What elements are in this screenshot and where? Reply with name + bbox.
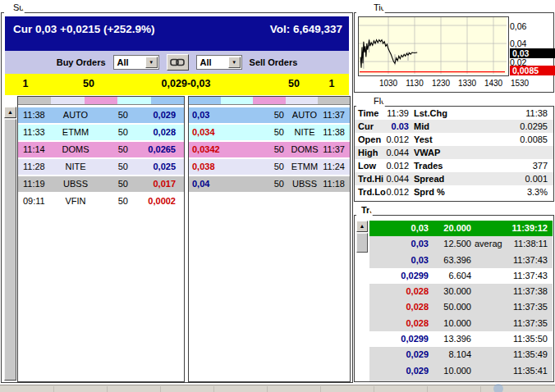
taskbar-divider [480,386,481,392]
trade-row[interactable]: 0,0312.500averag11:38:11 [369,236,553,252]
sell-orders-table: 0,0350AUTO11:370,03450NITE11:380,034250D… [188,96,351,382]
trade-row[interactable]: 0,02830.00011:37:38 [369,284,553,299]
bid-price: 0,025 [130,159,176,175]
trade-row[interactable]: 0,0320.00011:39:12 [369,221,553,236]
sell-order-row[interactable]: 0,0350AUTO11:37 [189,107,350,123]
scroll-up-icon[interactable]: ▲ [4,107,16,118]
buy-order-row[interactable]: 11:28NITE500,025 [18,159,184,175]
quote-info-row: Trd.Lo0.012Sprd %3.3% [355,185,553,198]
market-maker-id: DOMS [53,142,99,157]
order-view-tabs: All ordersSummary [3,1,7,13]
scrollbar-thumb[interactable] [4,119,16,381]
trade-price: 0,029 [369,347,429,362]
trade-row[interactable]: 0,0296.89611:35:14 [369,379,553,382]
quote-value: 0.001 [461,172,548,185]
sell-order-row[interactable]: 0,034250DOMS11:37 [189,142,350,157]
sell-filter-value: All [200,57,212,67]
quote-value: 0.03 [358,120,409,133]
sell-order-row[interactable]: 0,03850ETMM11:24 [189,159,350,175]
sell-order-row[interactable]: 0,0450UBSS11:18 [189,176,350,192]
trade-price: 0,03 [369,221,429,236]
trade-row[interactable]: 0,0363.39611:37:43 [369,253,553,268]
trade-row[interactable]: 0,02910.00011:35:41 [369,363,553,379]
quote-value: 0.0085 [461,133,548,146]
trade-time: 11:37:35 [498,299,548,315]
buy-order-row[interactable]: 11:14DOMS500,0265 [18,142,184,157]
order-time: 11:19 [23,176,45,192]
order-time: 11:18 [312,176,345,192]
trade-size: 63.396 [429,253,471,268]
scroll-up-icon[interactable]: ▲ [356,221,368,232]
taskbar-divider [53,386,54,392]
sell-total-size: 50 [278,78,310,89]
order-time: 11:28 [23,159,45,175]
ticker-bar: Cur 0,03 +0,0215 (+252.9%) Vol: 6,649,33… [5,16,349,51]
trade-row[interactable]: 0,02810.00011:37:35 [369,316,553,331]
order-size: 50 [97,125,128,140]
trade-size: 8.104 [429,347,471,362]
trade-row[interactable]: 0,02850.00011:37:35 [369,299,553,315]
quote-info-row: Open0.012Yest0.0085 [355,133,553,146]
chevron-down-icon[interactable]: ▼ [145,57,158,68]
link-filters-button[interactable] [167,54,189,71]
order-size: 50 [97,159,128,175]
trade-time: 11:37:35 [498,316,548,331]
quote-value: 11:39 [358,107,409,120]
depth-level-swatch [318,97,350,104]
quote-info-panel: Time11:39Lst.Chg11:38Cur0.03Mid0.0295Ope… [354,106,554,202]
trade-size: 6.604 [429,268,471,284]
ask-price: 0,038 [192,159,238,175]
buy-depth-color-strip [18,97,184,105]
quote-value: 3.3% [461,185,548,198]
buy-filter-value: All [117,57,129,67]
order-size: 50 [97,194,128,209]
trade-time: 11:37:43 [498,268,548,284]
sell-depth-color-strip [189,97,350,105]
depth-level-swatch [151,97,184,104]
trade-time: 11:35:50 [498,331,548,347]
order-size: 50 [97,142,128,157]
taskbar-divider [107,386,108,392]
trading-app-window: All ordersSummary Cur 0,03 +0,0215 (+252… [0,0,555,392]
taskbar-divider [320,386,321,392]
trade-time: 11:35:41 [498,363,548,379]
trade-time: 11:39:12 [498,221,548,236]
trade-row[interactable]: 0,02996.60411:37:43 [369,268,553,284]
trade-time: 11:37:43 [498,253,548,268]
quote-value: 377 [461,159,548,172]
buy-order-row[interactable]: 09:11VFIN500,0002 [18,194,184,209]
bid-price: 0,0265 [130,142,176,157]
quote-value: 0.012 [358,133,409,146]
order-size: 50 [238,159,284,175]
quote-info-row: Time11:39Lst.Chg11:38 [355,107,553,120]
bid-price: 0,029 [130,107,176,123]
quote-value: 0.012 [358,185,409,198]
order-time: 11:33 [23,125,45,140]
trade-size: 10.000 [429,316,471,331]
order-size: 50 [97,107,128,123]
buy-order-row[interactable]: 11:19UBSS500,017 [18,176,184,192]
quote-label: Mid [414,120,429,133]
sell-filter-select[interactable]: All ▼ [196,55,242,70]
y-axis-label: 0,04 [510,39,553,48]
order-book-scrollbar[interactable]: ▲ [4,107,16,381]
trade-row[interactable]: 0,0298.10411:35:49 [369,347,553,362]
buy-filter-select[interactable]: All ▼ [113,55,159,70]
trade-time: 11:35:49 [498,347,548,362]
market-maker-id: ETMM [53,125,99,140]
sell-order-count: 1 [319,78,344,89]
buy-order-row[interactable]: 11:38AUTO500,029 [18,107,184,123]
taskbar-strip [0,385,555,392]
order-size: 50 [238,176,284,192]
quote-tabs: Quote InfoAuctionIndicesFlow [355,94,368,107]
scrollbar-thumb[interactable] [356,233,368,253]
trades-panel: ▲ 0,0320.00011:39:120,0312.500averag11:3… [354,215,554,382]
sell-order-row[interactable]: 0,03450NITE11:38 [189,125,350,140]
trades-scrollbar[interactable]: ▲ [356,221,368,381]
chevron-down-icon[interactable]: ▼ [228,57,241,68]
quote-label: VWAP [414,146,440,159]
quote-label: Lst.Chg [414,107,447,120]
trade-row[interactable]: 0,029913.39611:35:50 [369,331,553,347]
trade-time: 11:37:38 [498,284,548,299]
buy-order-row[interactable]: 11:33ETMM500,028 [18,125,184,140]
